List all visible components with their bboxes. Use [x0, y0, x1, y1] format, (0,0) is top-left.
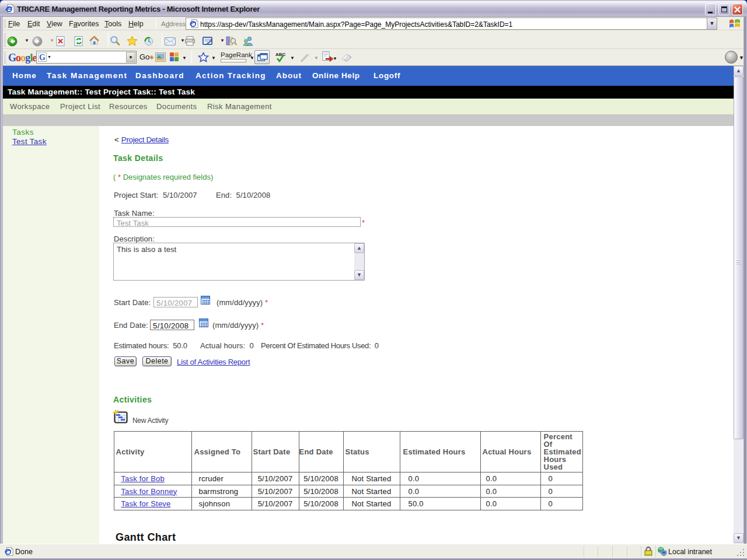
svg-text:ABC: ABC — [275, 52, 286, 57]
